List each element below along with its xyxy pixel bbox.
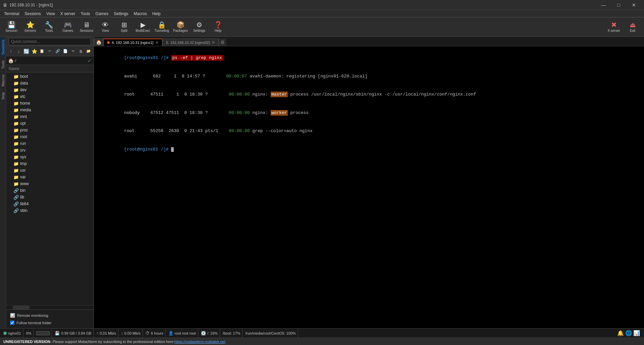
- fb-tree[interactable]: 📁boot 📁data 📁dev 📁etc 📁home 📁media: [6, 72, 94, 305]
- tool-servers[interactable]: ⭐ Servers: [21, 18, 39, 36]
- tab-nginx02[interactable]: 5. 192.168.10.32 [nginx02] ✕: [162, 39, 219, 46]
- list-item[interactable]: 📁srv: [6, 147, 94, 154]
- folder-icon: 📁: [13, 161, 19, 166]
- upload-icon: ↑: [96, 331, 98, 336]
- list-item[interactable]: 📁www: [6, 180, 94, 187]
- list-item[interactable]: 📁tmp: [6, 160, 94, 167]
- tool-games[interactable]: 🎮 Games: [59, 18, 76, 36]
- help-icon: ❓: [214, 21, 222, 28]
- unreg-link[interactable]: https://mobaxterm.mobatek.net: [174, 340, 225, 344]
- tab-nginx01[interactable]: 4. 192.168.10.31 [nginx1] ✕: [103, 39, 162, 46]
- fb-btn-refresh[interactable]: 🔄: [23, 48, 30, 55]
- tab-bar: 🏠 4. 192.168.10.31 [nginx1] ✕ 5. 192.168…: [94, 37, 644, 46]
- tool-tunneling[interactable]: 🔒 Tunneling: [153, 18, 170, 36]
- menu-settings[interactable]: Settings: [111, 11, 131, 17]
- list-item[interactable]: 📁proc: [6, 127, 94, 133]
- list-item[interactable]: 🔗sbin: [6, 207, 94, 214]
- side-tab-snip[interactable]: Snip: [0, 90, 6, 103]
- session-time: 6 hours: [151, 331, 163, 335]
- tool-session[interactable]: 💾 Session: [3, 18, 20, 36]
- menu-tools[interactable]: Tools: [78, 11, 93, 17]
- list-item[interactable]: 📁var: [6, 174, 94, 180]
- minimize-button[interactable]: —: [596, 0, 611, 10]
- fb-path-check: ✓: [88, 58, 92, 63]
- folder-icon: 📁: [13, 121, 19, 126]
- list-item[interactable]: 📁dev: [6, 87, 94, 93]
- list-item[interactable]: 📁home: [6, 100, 94, 107]
- unreg-text-bold: UNREGISTERED VERSION: [3, 340, 50, 344]
- tool-settings[interactable]: ⚙ Settings: [191, 18, 208, 36]
- title-bar: 🖥 192.168.10.31 - [nginx1] — □ ✕: [0, 0, 644, 10]
- tool-packages[interactable]: 📦 Packages: [172, 18, 189, 36]
- status-cpu: 0%: [24, 329, 34, 338]
- menu-xserver[interactable]: X server: [58, 11, 78, 17]
- folder-icon: 📁: [13, 148, 19, 153]
- tool-sessions[interactable]: 🖥 Sessions: [78, 18, 95, 36]
- tool-help[interactable]: ❓ Help: [209, 18, 227, 36]
- follow-terminal-checkbox[interactable]: Follow terminal folder: [8, 319, 92, 326]
- prompt-1: [root@nginx01 /]#: [124, 55, 171, 60]
- maximize-button[interactable]: □: [611, 0, 626, 10]
- tool-multiexec[interactable]: ▶ MultiExec: [134, 18, 152, 36]
- menu-view[interactable]: View: [44, 11, 58, 17]
- cursor: [171, 147, 174, 152]
- terminal-line-6: [root@nginx01 /]#: [98, 140, 640, 159]
- tab-close-button[interactable]: ✕: [155, 40, 159, 45]
- tool-exit[interactable]: ⏏ Exit: [624, 18, 641, 36]
- tool-tools[interactable]: 🔧 Tools: [40, 18, 58, 36]
- list-item[interactable]: 📁mnt: [6, 113, 94, 120]
- server-name: nginx01: [8, 331, 21, 335]
- tab-close-button-2[interactable]: ✕: [212, 40, 215, 45]
- list-item[interactable]: 📁etc: [6, 93, 94, 100]
- remote-monitoring-button[interactable]: 📊 Remote monitoring: [8, 312, 92, 319]
- menu-help[interactable]: Help: [150, 11, 163, 17]
- list-item[interactable]: 📁usr: [6, 167, 94, 174]
- terminal-area: 🏠 4. 192.168.10.31 [nginx1] ✕ 5. 192.168…: [94, 37, 644, 328]
- tool-view[interactable]: 👁 View: [97, 18, 114, 36]
- fb-btn-folder[interactable]: 📁: [85, 48, 92, 55]
- fb-btn-edit[interactable]: ✏: [70, 48, 77, 55]
- fb-btn-new-file[interactable]: 📄: [62, 48, 69, 55]
- tab-settings-button[interactable]: ⚙: [219, 39, 226, 46]
- list-item[interactable]: 📁media: [6, 107, 94, 113]
- quick-connect-input[interactable]: [9, 38, 91, 45]
- menu-sessions[interactable]: Sessions: [22, 11, 44, 17]
- fb-btn-link[interactable]: 🔗: [54, 48, 61, 55]
- fb-btn-up[interactable]: ↑: [7, 48, 14, 55]
- fb-btn-down[interactable]: ↓: [15, 48, 22, 55]
- close-button[interactable]: ✕: [626, 0, 641, 10]
- multiexec-icon: ▶: [141, 21, 146, 28]
- terminal-content[interactable]: [root@nginx01 /]# ps -ef | grep nginx av…: [94, 46, 644, 328]
- list-item[interactable]: 🔗bin: [6, 187, 94, 194]
- fb-btn-delete[interactable]: 🗑: [77, 48, 85, 55]
- menu-terminal[interactable]: Terminal: [1, 11, 22, 17]
- fb-btn-bookmark[interactable]: ⭐: [31, 48, 38, 55]
- list-item[interactable]: 📁data: [6, 80, 94, 87]
- status-server: nginx01: [1, 329, 23, 338]
- list-item[interactable]: 📁opt: [6, 120, 94, 127]
- list-item[interactable]: 🔗lib: [6, 194, 94, 200]
- folder-icon: 📁: [13, 101, 19, 106]
- side-tab-macros[interactable]: Macros: [0, 72, 6, 90]
- link-icon: 🔗: [13, 188, 19, 193]
- list-item[interactable]: 📁sys: [6, 154, 94, 160]
- side-tab-sessions[interactable]: Sessions: [0, 37, 6, 58]
- list-item[interactable]: 📁boot: [6, 73, 94, 80]
- list-item[interactable]: 📁root: [6, 133, 94, 140]
- fb-btn-cut[interactable]: ✂: [46, 48, 53, 55]
- menu-macros[interactable]: Macros: [131, 11, 150, 17]
- list-item[interactable]: 🔗lib64: [6, 200, 94, 207]
- fb-btn-copy[interactable]: 📋: [39, 48, 46, 55]
- side-tab-tools[interactable]: Tools: [0, 58, 6, 72]
- status-disk-root: 💽 /: 16%: [199, 329, 220, 338]
- download-speed: 0.00 Mb/s: [124, 331, 141, 335]
- side-tabs: Sessions Tools Macros Snip: [0, 37, 6, 328]
- remote-monitoring-icon: 📊: [10, 313, 15, 318]
- menu-games[interactable]: Games: [93, 11, 111, 17]
- tab-home-button[interactable]: 🏠: [94, 39, 103, 46]
- tab-label: 4. 192.168.10.31 [nginx1]: [112, 41, 153, 45]
- follow-terminal-input[interactable]: [10, 321, 14, 325]
- tool-xserver[interactable]: ✖ X server: [605, 18, 623, 36]
- tool-split[interactable]: ⊞ Split: [115, 18, 133, 36]
- list-item[interactable]: 📁run: [6, 140, 94, 147]
